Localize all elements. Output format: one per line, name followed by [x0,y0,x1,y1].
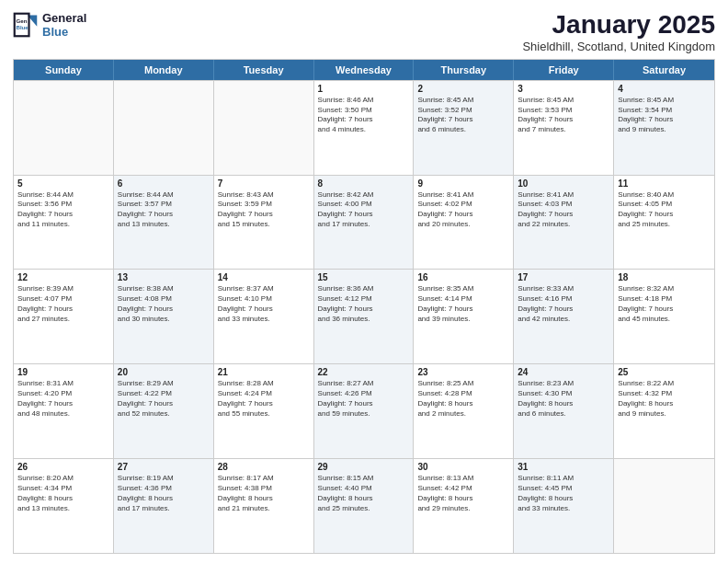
calendar-cell: 26Sunrise: 8:20 AM Sunset: 4:34 PM Dayli… [14,459,114,553]
calendar-cell: 1Sunrise: 8:46 AM Sunset: 3:50 PM Daylig… [314,81,415,175]
calendar-cell: 25Sunrise: 8:22 AM Sunset: 4:32 PM Dayli… [614,364,714,458]
day-number: 31 [518,462,609,472]
day-number: 4 [618,84,711,94]
cell-info: Sunrise: 8:39 AM Sunset: 4:07 PM Dayligh… [17,284,109,324]
calendar-row: 1Sunrise: 8:46 AM Sunset: 3:50 PM Daylig… [14,80,714,175]
calendar-cell [114,81,214,175]
cell-info: Sunrise: 8:25 AM Sunset: 4:28 PM Dayligh… [417,379,509,419]
calendar-row: 26Sunrise: 8:20 AM Sunset: 4:34 PM Dayli… [14,458,714,553]
cell-info: Sunrise: 8:38 AM Sunset: 4:08 PM Dayligh… [118,284,210,324]
cell-info: Sunrise: 8:46 AM Sunset: 3:50 PM Dayligh… [318,96,410,135]
day-number: 29 [318,462,410,472]
calendar-cell: 11Sunrise: 8:40 AM Sunset: 4:05 PM Dayli… [614,176,714,270]
calendar-cell: 28Sunrise: 8:17 AM Sunset: 4:38 PM Dayli… [214,459,314,553]
calendar-cell [14,81,114,175]
calendar-cell: 20Sunrise: 8:29 AM Sunset: 4:22 PM Dayli… [114,364,214,458]
calendar-cell: 22Sunrise: 8:27 AM Sunset: 4:26 PM Dayli… [314,364,415,458]
calendar-cell: 31Sunrise: 8:11 AM Sunset: 4:45 PM Dayli… [514,459,614,553]
day-number: 1 [318,84,410,94]
day-number: 3 [518,84,609,94]
cell-info: Sunrise: 8:41 AM Sunset: 4:03 PM Dayligh… [518,190,609,230]
day-number: 26 [17,462,109,472]
calendar: SundayMondayTuesdayWednesdayThursdayFrid… [13,59,715,554]
weekday-header: Saturday [614,60,714,80]
cell-info: Sunrise: 8:23 AM Sunset: 4:30 PM Dayligh… [518,379,609,419]
day-number: 2 [417,84,509,94]
calendar-cell: 3Sunrise: 8:45 AM Sunset: 3:53 PM Daylig… [514,81,614,175]
cell-info: Sunrise: 8:41 AM Sunset: 4:02 PM Dayligh… [417,190,509,230]
day-number: 6 [118,178,210,189]
day-number: 18 [618,272,711,282]
logo: Gen Blue General Blue [13,11,86,39]
calendar-cell [614,459,714,553]
cell-info: Sunrise: 8:19 AM Sunset: 4:36 PM Dayligh… [118,474,210,513]
calendar-cell: 30Sunrise: 8:13 AM Sunset: 4:42 PM Dayli… [414,459,514,553]
cell-info: Sunrise: 8:33 AM Sunset: 4:16 PM Dayligh… [518,284,609,324]
calendar-body: 1Sunrise: 8:46 AM Sunset: 3:50 PM Daylig… [14,80,714,553]
title-block: January 2025 Shieldhill, Scotland, Unite… [522,11,715,53]
calendar-cell: 16Sunrise: 8:35 AM Sunset: 4:14 PM Dayli… [414,270,514,363]
day-number: 30 [417,462,509,472]
cell-info: Sunrise: 8:27 AM Sunset: 4:26 PM Dayligh… [318,379,410,419]
subtitle: Shieldhill, Scotland, United Kingdom [522,40,715,53]
day-number: 23 [417,367,509,377]
cell-info: Sunrise: 8:35 AM Sunset: 4:14 PM Dayligh… [417,284,509,324]
calendar-cell: 17Sunrise: 8:33 AM Sunset: 4:16 PM Dayli… [514,270,614,363]
day-number: 21 [218,367,310,377]
calendar-row: 5Sunrise: 8:44 AM Sunset: 3:56 PM Daylig… [14,175,714,270]
logo-icon: Gen Blue [13,12,39,38]
calendar-cell: 14Sunrise: 8:37 AM Sunset: 4:10 PM Dayli… [214,270,314,363]
calendar-header: SundayMondayTuesdayWednesdayThursdayFrid… [14,60,714,80]
day-number: 17 [518,272,609,282]
calendar-cell: 23Sunrise: 8:25 AM Sunset: 4:28 PM Dayli… [414,364,514,458]
header: Gen Blue General Blue January 2025 Shiel… [13,11,715,53]
calendar-cell: 10Sunrise: 8:41 AM Sunset: 4:03 PM Dayli… [514,176,614,270]
cell-info: Sunrise: 8:15 AM Sunset: 4:40 PM Dayligh… [318,474,410,513]
weekday-header: Thursday [414,60,514,80]
day-number: 20 [118,367,210,377]
cell-info: Sunrise: 8:45 AM Sunset: 3:52 PM Dayligh… [417,96,509,135]
calendar-cell: 19Sunrise: 8:31 AM Sunset: 4:20 PM Dayli… [14,364,114,458]
day-number: 9 [417,178,509,189]
cell-info: Sunrise: 8:20 AM Sunset: 4:34 PM Dayligh… [17,474,109,513]
day-number: 22 [318,367,410,377]
cell-info: Sunrise: 8:13 AM Sunset: 4:42 PM Dayligh… [417,474,509,513]
calendar-cell: 9Sunrise: 8:41 AM Sunset: 4:02 PM Daylig… [414,176,514,270]
weekday-header: Tuesday [214,60,314,80]
cell-info: Sunrise: 8:28 AM Sunset: 4:24 PM Dayligh… [218,379,310,419]
calendar-cell: 8Sunrise: 8:42 AM Sunset: 4:00 PM Daylig… [314,176,415,270]
day-number: 10 [518,178,609,189]
day-number: 7 [218,178,310,189]
cell-info: Sunrise: 8:43 AM Sunset: 3:59 PM Dayligh… [218,190,310,230]
cell-info: Sunrise: 8:44 AM Sunset: 3:56 PM Dayligh… [17,190,109,230]
day-number: 5 [17,178,109,189]
cell-info: Sunrise: 8:17 AM Sunset: 4:38 PM Dayligh… [218,474,310,513]
cell-info: Sunrise: 8:36 AM Sunset: 4:12 PM Dayligh… [318,284,410,324]
cell-info: Sunrise: 8:44 AM Sunset: 3:57 PM Dayligh… [118,190,210,230]
cell-info: Sunrise: 8:22 AM Sunset: 4:32 PM Dayligh… [618,379,711,419]
day-number: 11 [618,178,711,189]
calendar-cell: 7Sunrise: 8:43 AM Sunset: 3:59 PM Daylig… [214,176,314,270]
day-number: 28 [218,462,310,472]
calendar-cell: 18Sunrise: 8:32 AM Sunset: 4:18 PM Dayli… [614,270,714,363]
calendar-cell: 4Sunrise: 8:45 AM Sunset: 3:54 PM Daylig… [614,81,714,175]
page: Gen Blue General Blue January 2025 Shiel… [0,0,728,563]
calendar-cell: 21Sunrise: 8:28 AM Sunset: 4:24 PM Dayli… [214,364,314,458]
cell-info: Sunrise: 8:11 AM Sunset: 4:45 PM Dayligh… [518,474,609,513]
calendar-cell: 12Sunrise: 8:39 AM Sunset: 4:07 PM Dayli… [14,270,114,363]
calendar-cell: 5Sunrise: 8:44 AM Sunset: 3:56 PM Daylig… [14,176,114,270]
calendar-cell: 6Sunrise: 8:44 AM Sunset: 3:57 PM Daylig… [114,176,214,270]
logo-text: General Blue [42,11,86,39]
svg-text:Blue: Blue [17,24,29,30]
weekday-header: Friday [514,60,614,80]
day-number: 8 [318,178,410,189]
day-number: 24 [518,367,609,377]
cell-info: Sunrise: 8:31 AM Sunset: 4:20 PM Dayligh… [17,379,109,419]
main-title: January 2025 [522,11,715,40]
calendar-cell: 24Sunrise: 8:23 AM Sunset: 4:30 PM Dayli… [514,364,614,458]
day-number: 14 [218,272,310,282]
cell-info: Sunrise: 8:37 AM Sunset: 4:10 PM Dayligh… [218,284,310,324]
day-number: 27 [118,462,210,472]
cell-info: Sunrise: 8:42 AM Sunset: 4:00 PM Dayligh… [318,190,410,230]
cell-info: Sunrise: 8:45 AM Sunset: 3:54 PM Dayligh… [618,96,711,135]
